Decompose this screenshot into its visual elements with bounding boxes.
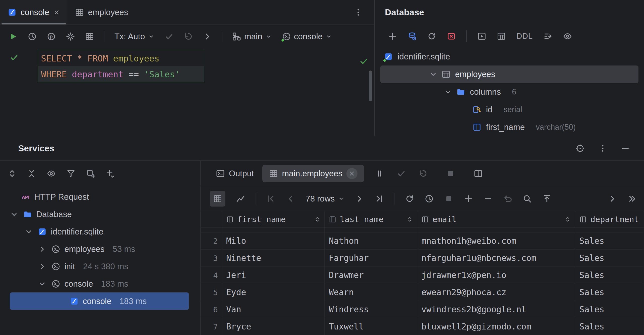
more-options-icon[interactable]	[598, 144, 607, 153]
code-line-1[interactable]: SELECT * FROM employees	[38, 50, 204, 66]
chart-view-icon[interactable]	[236, 194, 245, 203]
column-header-last-name[interactable]: last_name	[325, 211, 417, 227]
commit-icon[interactable]	[165, 32, 174, 41]
tab-console[interactable]: console	[0, 0, 67, 24]
commit-icon[interactable]	[397, 169, 406, 178]
cell-department[interactable]: Sales	[575, 284, 644, 301]
column-header-first-name[interactable]: first_name	[222, 211, 325, 227]
chevron-right-icon[interactable]	[38, 245, 46, 253]
more-options-icon[interactable]	[354, 8, 363, 17]
previous-page-icon[interactable]	[286, 194, 295, 203]
stop-icon[interactable]	[446, 169, 455, 178]
pause-icon[interactable]	[375, 169, 384, 178]
cell-email[interactable]: jdrawmer1x@pen.io	[417, 267, 575, 284]
row-number[interactable]: 2	[201, 232, 222, 249]
explain-plan-icon[interactable]	[47, 32, 56, 41]
table-row[interactable]: 3 Ninette Farguhar nfarguhar1u@nbcnews.c…	[201, 250, 644, 267]
cell-email[interactable]: mnathon1h@weibo.com	[417, 232, 575, 249]
find-icon[interactable]	[523, 194, 532, 203]
run-icon[interactable]	[9, 32, 18, 41]
cell-last-name[interactable]: Windress	[325, 301, 417, 318]
tree-item-table-selected[interactable]: employees	[380, 65, 638, 83]
rollback-icon[interactable]	[184, 32, 193, 41]
chevron-down-icon[interactable]	[25, 228, 32, 236]
cell-last-name[interactable]: Nathon	[325, 232, 417, 249]
grid-view-button[interactable]	[210, 191, 225, 207]
editor-scrollbar[interactable]	[369, 71, 372, 101]
close-tab-button[interactable]	[346, 168, 357, 179]
add-data-source-icon[interactable]	[388, 32, 397, 41]
sort-icon[interactable]	[314, 216, 320, 223]
page-size-dropdown[interactable]: 78 rows	[306, 194, 344, 204]
cell-email[interactable]: nfarguhar1u@nbcnews.com	[417, 250, 575, 266]
chevron-down-icon[interactable]	[10, 211, 18, 218]
refresh-icon[interactable]	[427, 32, 436, 41]
target-icon[interactable]	[576, 144, 585, 153]
table-row[interactable]: 7 Bryce Tuxwell btuxwell2p@gizmodo.com S…	[201, 318, 644, 335]
new-query-console-icon[interactable]	[477, 32, 486, 41]
cell-first-name[interactable]: Jeri	[222, 267, 325, 284]
settings-gear-icon[interactable]	[66, 32, 75, 41]
cell-department[interactable]: Sales	[575, 232, 644, 249]
table-row[interactable]: 4 Jeri Drawmer jdrawmer1x@pen.io Sales	[201, 267, 644, 284]
tab-main-employees[interactable]: main.employees	[262, 165, 364, 182]
cell-last-name[interactable]: Tuxwell	[325, 318, 417, 335]
data-source-properties-icon[interactable]	[408, 32, 417, 41]
table-row[interactable]: 5 Eyde Wearn ewearn29@phoca.cz Sales	[201, 284, 644, 301]
history-icon[interactable]	[28, 32, 37, 41]
execute-next-icon[interactable]	[203, 32, 212, 41]
open-table-icon[interactable]	[497, 32, 506, 41]
cell-email[interactable]: ewearn29@phoca.cz	[417, 284, 575, 301]
reload-icon[interactable]	[405, 194, 414, 203]
service-item-datasource[interactable]: identifier.sqlite	[0, 223, 200, 240]
cell-department[interactable]: Sales	[575, 318, 644, 335]
stop-icon[interactable]	[444, 194, 453, 203]
preview-icon[interactable]	[563, 32, 572, 41]
tree-item-columns[interactable]: columns 6	[375, 83, 644, 101]
next-page-icon[interactable]	[355, 194, 364, 203]
row-number[interactable]: 6	[201, 301, 222, 318]
submit-icon[interactable]	[542, 194, 551, 203]
delete-row-icon[interactable]	[484, 194, 493, 203]
expand-all-icon[interactable]	[8, 169, 17, 178]
session-dropdown[interactable]: console	[282, 32, 332, 41]
chevron-down-icon[interactable]	[38, 280, 46, 288]
disconnect-icon[interactable]	[447, 32, 456, 41]
split-layout-icon[interactable]	[474, 169, 483, 178]
chevron-right-icon[interactable]	[38, 263, 46, 270]
table-row[interactable]: 6 Van Windress vwindress2b@google.nl Sal…	[201, 301, 644, 318]
cell-first-name[interactable]: Eyde	[222, 284, 325, 301]
data-view-icon[interactable]	[85, 32, 94, 41]
first-page-icon[interactable]	[266, 194, 275, 203]
column-header-department[interactable]: department	[575, 211, 644, 227]
service-item-database[interactable]: Database	[0, 206, 200, 223]
cell-email[interactable]: btuxwell2p@gizmodo.com	[417, 318, 575, 335]
add-tab-icon[interactable]	[86, 169, 95, 178]
collapse-all-icon[interactable]	[27, 169, 36, 178]
table-row[interactable]: 2 Milo Nathon mnathon1h@weibo.com Sales	[201, 232, 644, 250]
service-item-console[interactable]: console 183 ms	[0, 275, 200, 292]
cell-first-name[interactable]: Van	[222, 301, 325, 318]
sort-icon[interactable]	[407, 216, 413, 223]
tab-employees[interactable]: employees	[67, 0, 136, 24]
tree-item-datasource[interactable]: identifier.sqlite	[375, 48, 644, 65]
executed-statement-block[interactable]: SELECT * FROM employees WHERE department…	[38, 50, 204, 82]
row-number[interactable]: 3	[201, 250, 222, 266]
cell-first-name[interactable]: Milo	[222, 232, 325, 249]
schema-dropdown[interactable]: main	[232, 32, 272, 41]
service-item-init[interactable]: init 24 s 380 ms	[0, 258, 200, 275]
tab-output[interactable]: Output	[207, 169, 262, 178]
row-number[interactable]: 5	[201, 284, 222, 301]
code-line-2[interactable]: WHERE department == 'Sales'	[38, 66, 204, 82]
cell-last-name[interactable]: Farguhar	[325, 250, 417, 266]
cell-first-name[interactable]: Bryce	[222, 318, 325, 335]
tx-mode-dropdown[interactable]: Tx: Auto	[114, 32, 154, 41]
scroll-right-icon[interactable]	[608, 194, 617, 203]
last-page-icon[interactable]	[375, 194, 384, 203]
sql-editor[interactable]: SELECT * FROM employees WHERE department…	[0, 48, 374, 136]
cell-department[interactable]: Sales	[575, 250, 644, 266]
service-item-employees[interactable]: employees 53 ms	[0, 240, 200, 258]
chevron-down-icon[interactable]	[444, 88, 452, 96]
row-number-header[interactable]	[201, 211, 222, 227]
tree-item-column-first-name[interactable]: first_name varchar(50)	[375, 118, 644, 136]
